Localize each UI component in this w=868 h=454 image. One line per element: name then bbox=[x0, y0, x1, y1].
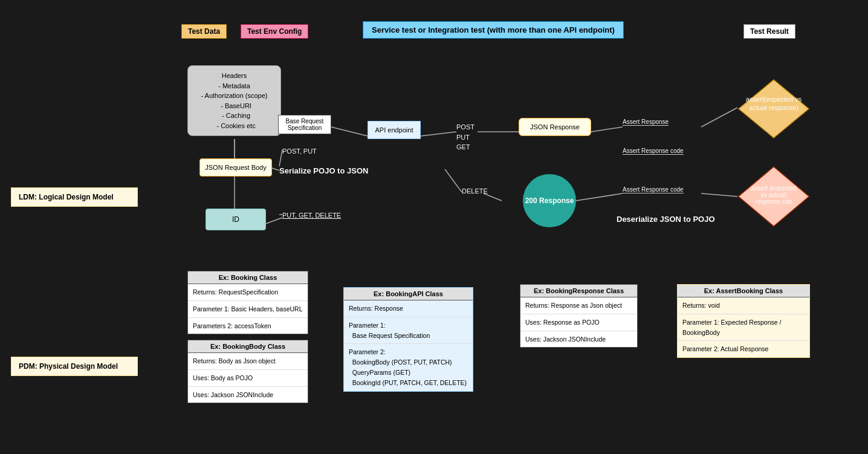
json-request-body-box: JSON Request Body bbox=[199, 158, 272, 177]
get-label: GET bbox=[456, 142, 474, 152]
booking-body-class-row2: Uses: Body as POJO bbox=[188, 370, 308, 387]
headers-text: Headers- Metadata- Authorization (scope)… bbox=[201, 72, 267, 129]
svg-text:actual response): actual response) bbox=[749, 104, 798, 111]
id-box: ID bbox=[206, 209, 266, 230]
assert-booking-class-row1: Returns: void bbox=[678, 297, 809, 314]
booking-response-class-header: Ex: BookingResponse Class bbox=[520, 285, 637, 297]
booking-body-class-header: Ex: BookingBody Class bbox=[188, 340, 308, 353]
svg-line-11 bbox=[266, 218, 282, 224]
assert-booking-class-header: Ex: AssertBooking Class bbox=[678, 285, 809, 297]
booking-api-class-header: Ex: BookingAPI Class bbox=[344, 288, 473, 300]
deserialize-label: Deserialize JSON to POJO bbox=[617, 215, 715, 224]
assert-response-code-lower-label: Assert Response code bbox=[623, 186, 684, 193]
booking-class-box: Ex: Booking Class Returns: RequestSpecif… bbox=[187, 271, 308, 334]
svg-line-2 bbox=[421, 132, 456, 136]
booking-class-row2: Parameter 1: Basic Headers, baseURL bbox=[188, 301, 308, 318]
service-test-label: Service test or Integration test (with m… bbox=[363, 21, 624, 39]
svg-line-6 bbox=[701, 108, 737, 127]
assert-booking-class-row3: Parameter 2: Actual Response bbox=[678, 341, 809, 357]
put-get-delete-label: PUT, GET, DELETE bbox=[282, 212, 341, 219]
booking-response-class-row3: Uses: Jackson JSONInclude bbox=[520, 331, 637, 348]
diamond-assert-upper: assert(expected vs actual response) bbox=[737, 79, 810, 139]
svg-line-7 bbox=[701, 193, 737, 196]
assert-response-code-upper-label: Assert Response code bbox=[623, 148, 684, 155]
json-response-box: JSON Response bbox=[519, 118, 591, 136]
assert-booking-class-row2: Parameter 1: Expected Response / Booking… bbox=[678, 314, 809, 342]
booking-body-class-row3: Uses: Jackson JSONInclude bbox=[188, 387, 308, 403]
post-label: POST bbox=[456, 122, 474, 132]
svg-line-1 bbox=[331, 127, 368, 136]
booking-class-row1: Returns: RequestSpecification bbox=[188, 284, 308, 301]
svg-line-5 bbox=[576, 193, 623, 201]
booking-class-row3: Parameters 2: accessToken bbox=[188, 318, 308, 334]
diamond-assert-lower: assert (expected vs actual) response cde bbox=[737, 163, 810, 230]
booking-api-class-row3: Parameter 2: BookingBody (POST, PUT, PAT… bbox=[344, 344, 473, 391]
booking-response-class-box: Ex: BookingResponse Class Returns: Respo… bbox=[520, 284, 638, 348]
api-endpoint-box: API endpoint bbox=[368, 121, 421, 139]
test-env-config-label: Test Env Config bbox=[241, 24, 308, 39]
post-put-get-label: POST PUT GET bbox=[456, 122, 474, 152]
assert-booking-class-box: Ex: AssertBooking Class Returns: void Pa… bbox=[677, 284, 810, 358]
svg-text:response cde: response cde bbox=[756, 198, 792, 205]
svg-text:assert(expected vs: assert(expected vs bbox=[746, 96, 802, 103]
booking-api-class-row1: Returns: Response bbox=[344, 300, 473, 317]
booking-response-class-row1: Returns: Response as Json object bbox=[520, 297, 637, 314]
svg-text:assert (expected: assert (expected bbox=[751, 185, 797, 192]
svg-line-15 bbox=[445, 169, 462, 192]
booking-response-class-row2: Uses: Response as POJO bbox=[520, 314, 637, 331]
base-req-text: Base Request Specification bbox=[286, 118, 324, 131]
pdm-box: PDM: Physical Design Model bbox=[11, 357, 138, 376]
svg-line-4 bbox=[591, 127, 623, 132]
serialize-label: Serialize POJO to JSON bbox=[279, 166, 368, 175]
booking-body-class-row1: Returns: Body as Json object bbox=[188, 353, 308, 370]
test-result-label: Test Result bbox=[743, 24, 795, 39]
svg-line-9 bbox=[272, 168, 279, 170]
delete-label: DELETE bbox=[462, 187, 488, 195]
assert-response-label: Assert Response bbox=[623, 118, 669, 126]
200-response-circle: 200 Response bbox=[523, 174, 576, 227]
test-data-label: Test Data bbox=[181, 24, 227, 39]
post-put-label: POST, PUT bbox=[282, 148, 317, 155]
svg-text:vs actual): vs actual) bbox=[760, 192, 786, 198]
put-label: PUT bbox=[456, 132, 474, 143]
booking-api-class-box: Ex: BookingAPI Class Returns: Response P… bbox=[343, 287, 473, 392]
booking-body-class-box: Ex: BookingBody Class Returns: Body as J… bbox=[187, 340, 308, 403]
base-request-spec-box: Base Request Specification bbox=[278, 115, 331, 134]
headers-box: Headers- Metadata- Authorization (scope)… bbox=[187, 65, 281, 136]
ldm-box: LDM: Logical Design Model bbox=[11, 187, 138, 207]
booking-class-header: Ex: Booking Class bbox=[188, 271, 308, 284]
booking-api-class-row2: Parameter 1: Base Request Specification bbox=[344, 317, 473, 345]
